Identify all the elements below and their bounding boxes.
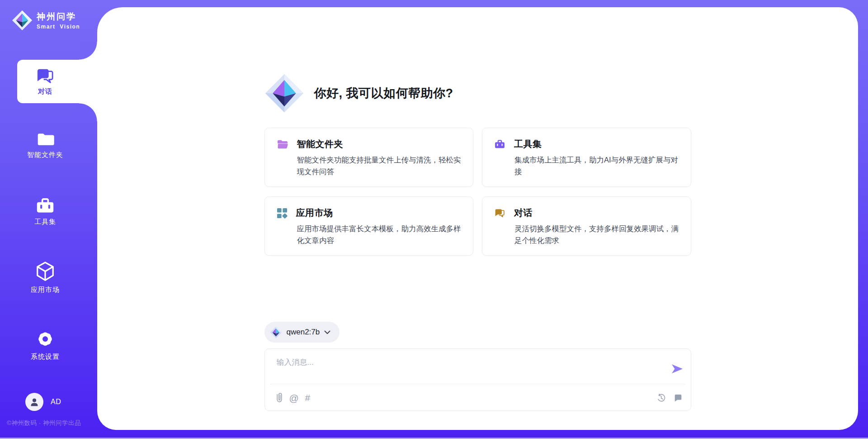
app-grid-icon bbox=[277, 208, 288, 219]
card-title: 工具集 bbox=[514, 138, 542, 150]
avatar bbox=[25, 393, 43, 411]
sidebar-item-smart-folder[interactable]: 智能文件夹 bbox=[0, 131, 90, 159]
main-panel: 你好, 我可以如何帮助你? 智能文件夹 智能文件夹功能支持批量文件上传与清洗，轻… bbox=[97, 7, 858, 430]
brand-subtitle: Smart Vision bbox=[37, 24, 80, 30]
send-button[interactable] bbox=[671, 363, 684, 375]
sidebar-item-settings[interactable]: 系统设置 bbox=[0, 329, 90, 361]
brand: 神州问学 Smart Vision bbox=[12, 10, 80, 31]
app-root: 神州问学 Smart Vision 对话 智能文件夹 工具集 bbox=[0, 0, 868, 439]
model-logo-icon bbox=[270, 326, 282, 339]
chat-icon bbox=[494, 208, 505, 218]
sidebar-item-label: 应用市场 bbox=[0, 286, 90, 294]
attachment-icon[interactable] bbox=[276, 392, 283, 403]
sidebar-item-label: 工具集 bbox=[0, 218, 90, 226]
brand-logo-icon bbox=[12, 10, 33, 31]
card-title: 智能文件夹 bbox=[297, 138, 344, 150]
gear-icon bbox=[35, 329, 56, 349]
sidebar-item-app-market[interactable]: 应用市场 bbox=[0, 261, 90, 294]
card-description: 集成市场上主流工具，助力AI与外界无缝扩展与对接 bbox=[514, 154, 679, 177]
copyright: ©神州数码 · 神州问学出品 bbox=[7, 419, 81, 427]
card-description: 智能文件夹功能支持批量文件上传与清洗，轻松实现文件问答 bbox=[297, 154, 462, 177]
card-chat[interactable]: 对话 灵活切换多模型文件，支持多样回复效果调试，满足个性化需求 bbox=[482, 196, 691, 256]
send-icon bbox=[671, 363, 684, 375]
folder-icon bbox=[36, 131, 55, 148]
greeting: 你好, 我可以如何帮助你? bbox=[264, 73, 691, 113]
model-selector[interactable]: qwen2:7b bbox=[264, 322, 340, 343]
message-input[interactable] bbox=[277, 357, 644, 382]
feature-cards: 智能文件夹 智能文件夹功能支持批量文件上传与清洗，轻松实现文件问答 工具集 bbox=[264, 128, 691, 256]
composer-toolbar: @ # bbox=[276, 388, 683, 408]
greeting-title: 你好, 我可以如何帮助你? bbox=[314, 85, 453, 101]
sidebar-item-label: 智能文件夹 bbox=[0, 151, 90, 159]
history-icon[interactable] bbox=[656, 393, 666, 403]
card-description: 灵活切换多模型文件，支持多样回复效果调试，满足个性化需求 bbox=[514, 223, 679, 246]
sidebar-item-toolset[interactable]: 工具集 bbox=[0, 196, 90, 226]
composer-divider bbox=[270, 384, 685, 384]
briefcase-icon bbox=[35, 196, 55, 215]
model-name: qwen2:7b bbox=[287, 328, 320, 337]
topic-icon[interactable]: # bbox=[305, 393, 310, 402]
comment-icon[interactable] bbox=[674, 393, 683, 402]
mention-icon[interactable]: @ bbox=[289, 393, 299, 403]
assistant-logo-icon bbox=[264, 73, 304, 113]
chat-icon bbox=[36, 67, 55, 85]
card-description: 应用市场提供丰富长文本模板，助力高效生成多样化文章内容 bbox=[297, 223, 462, 246]
person-icon bbox=[29, 396, 40, 407]
card-toolset[interactable]: 工具集 集成市场上主流工具，助力AI与外界无缝扩展与对接 bbox=[482, 128, 691, 187]
card-title: 应用市场 bbox=[296, 207, 333, 219]
card-title: 对话 bbox=[514, 207, 533, 219]
folder-open-icon bbox=[277, 139, 288, 149]
tab-notch-top bbox=[79, 42, 97, 60]
sidebar-item-label: 对话 bbox=[38, 87, 52, 96]
message-input-box: @ # bbox=[264, 348, 691, 411]
sidebar-item-chat[interactable]: 对话 bbox=[17, 60, 99, 103]
card-smart-folder[interactable]: 智能文件夹 智能文件夹功能支持批量文件上传与清洗，轻松实现文件问答 bbox=[264, 128, 474, 187]
user-row[interactable]: AD bbox=[25, 393, 61, 411]
briefcase-icon bbox=[494, 139, 505, 149]
cube-icon bbox=[35, 261, 56, 282]
chevron-down-icon bbox=[324, 330, 330, 334]
brand-name: 神州问学 bbox=[37, 11, 80, 23]
card-app-market[interactable]: 应用市场 应用市场提供丰富长文本模板，助力高效生成多样化文章内容 bbox=[264, 196, 474, 256]
sidebar-item-label: 系统设置 bbox=[0, 353, 90, 361]
tab-notch-bottom bbox=[79, 103, 97, 121]
user-name: AD bbox=[51, 398, 61, 406]
